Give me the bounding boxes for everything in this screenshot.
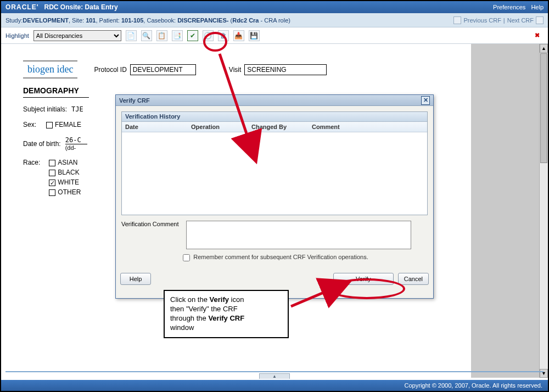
sex-female-label: FEMALE bbox=[55, 121, 81, 128]
study-value: DEVELOPMENT bbox=[23, 17, 69, 24]
race-asian-checkbox[interactable] bbox=[49, 160, 55, 166]
site-label: Site: bbox=[72, 17, 84, 24]
toolbar-icon-4[interactable]: 📑 bbox=[172, 30, 183, 41]
remember-comment-checkbox[interactable] bbox=[183, 254, 190, 261]
scroll-down-icon[interactable]: ▼ bbox=[540, 369, 548, 378]
col-changed-by: Changed By bbox=[248, 122, 309, 132]
dob-value: 26-C bbox=[65, 136, 87, 144]
oracle-brand: ORACLE' bbox=[5, 3, 39, 11]
close-icon[interactable]: ✖ bbox=[535, 32, 544, 39]
help-link[interactable]: Help bbox=[531, 4, 544, 10]
col-date: Date bbox=[122, 122, 188, 132]
title-bar: ORACLE' RDC Onsite: Data Entry Preferenc… bbox=[1, 1, 548, 13]
preferences-link[interactable]: Preferences bbox=[493, 4, 525, 10]
race-other-label: OTHER bbox=[58, 188, 81, 196]
verify-crf-dialog: Verify CRF ✕ Verification History Date O… bbox=[115, 94, 434, 299]
crf-nav: Previous CRF | Next CRF bbox=[453, 16, 544, 24]
dialog-close-icon[interactable]: ✕ bbox=[421, 96, 430, 105]
toolbar-icon-8[interactable]: 📥 bbox=[233, 30, 244, 41]
user-name: Rdc2 Cra bbox=[232, 17, 259, 24]
previous-crf-link[interactable]: Previous CRF bbox=[463, 17, 501, 24]
dialog-title: Verify CRF bbox=[119, 97, 150, 104]
race-asian-label: ASIAN bbox=[58, 159, 77, 166]
race-black-label: BLACK bbox=[58, 169, 79, 176]
save-icon[interactable]: 💾 bbox=[249, 30, 260, 41]
dob-hint: (dd- bbox=[65, 144, 87, 151]
highlight-label: Highlight bbox=[5, 32, 29, 39]
verification-comment-input[interactable] bbox=[186, 221, 411, 249]
race-black-checkbox[interactable] bbox=[49, 170, 55, 176]
sex-label: Sex: bbox=[23, 121, 36, 128]
copyright: Copyright © 2000, 2007, Oracle. All righ… bbox=[405, 382, 542, 389]
logo: biogen idec bbox=[23, 60, 77, 79]
right-gutter: ▲ ▼ bbox=[471, 44, 548, 378]
verification-history-panel: Verification History Date Operation Chan… bbox=[121, 111, 428, 215]
col-operation: Operation bbox=[188, 122, 248, 132]
delete-icon[interactable]: 🗑 bbox=[218, 30, 229, 41]
patient-value: 101-105 bbox=[121, 17, 143, 24]
sex-female-checkbox[interactable] bbox=[46, 122, 53, 128]
verification-comment-label: Verification Comment bbox=[121, 221, 182, 227]
col-comment: Comment bbox=[309, 122, 427, 132]
vertical-scrollbar[interactable]: ▲ ▼ bbox=[539, 44, 548, 378]
previous-crf-icon[interactable] bbox=[453, 16, 461, 24]
highlight-select[interactable]: All Discrepancies bbox=[33, 30, 121, 41]
visit-label: Visit bbox=[229, 66, 241, 74]
collapse-handle[interactable]: ▲ bbox=[259, 373, 290, 379]
casebook-value: DISCREPANCIES- bbox=[177, 17, 228, 24]
cancel-button[interactable]: Cancel bbox=[398, 273, 429, 285]
site-value: 101 bbox=[86, 17, 96, 24]
dob-label: Date of birth: bbox=[23, 140, 61, 148]
history-title: Verification History bbox=[122, 112, 427, 122]
subject-value: TJE bbox=[71, 105, 83, 113]
help-button[interactable]: Help bbox=[120, 273, 151, 285]
protocol-label: Protocol ID bbox=[94, 66, 126, 74]
user-role: CRA role bbox=[264, 17, 288, 24]
race-white-checkbox[interactable] bbox=[49, 180, 55, 186]
race-other-checkbox[interactable] bbox=[49, 189, 55, 196]
verify-icon[interactable]: ✔ bbox=[187, 30, 198, 41]
history-header: Date Operation Changed By Comment bbox=[122, 122, 427, 132]
context-bar: Study: DEVELOPMENT , Site: 101 , Patient… bbox=[1, 13, 548, 27]
scroll-thumb[interactable] bbox=[540, 53, 547, 163]
toolbar-icon-6[interactable]: 🕒 bbox=[203, 30, 214, 41]
race-white-label: WHITE bbox=[58, 178, 79, 186]
toolbar-icon-1[interactable]: 📄 bbox=[126, 30, 137, 41]
scroll-up-icon[interactable]: ▲ bbox=[540, 44, 548, 53]
separator-line bbox=[5, 371, 544, 372]
study-label: Study: bbox=[5, 17, 23, 24]
section-title: DEMOGRAPHY bbox=[23, 86, 89, 98]
protocol-input[interactable] bbox=[130, 64, 196, 75]
patient-label: Patient: bbox=[99, 17, 120, 24]
history-body bbox=[122, 132, 427, 215]
app-title: RDC Onsite: Data Entry bbox=[44, 3, 118, 11]
toolbar-icon-3[interactable]: 📋 bbox=[156, 30, 167, 41]
toolbar-icon-2[interactable]: 🔍 bbox=[141, 30, 152, 41]
subject-label: Subject initials: bbox=[23, 105, 67, 113]
visit-input[interactable] bbox=[244, 64, 327, 75]
race-label: Race: bbox=[23, 159, 40, 166]
verify-button[interactable]: Verify bbox=[333, 273, 394, 285]
next-crf-link[interactable]: Next CRF bbox=[507, 17, 534, 24]
casebook-label: Casebook: bbox=[147, 17, 176, 24]
toolbar: Highlight All Discrepancies 📄 🔍 📋 📑 ✔ 🕒 … bbox=[1, 27, 548, 44]
instruction-annotation: Click on the Verify icon then "Verify" t… bbox=[164, 290, 289, 338]
footer: Copyright © 2000, 2007, Oracle. All righ… bbox=[1, 380, 548, 391]
remember-comment-label: Remember comment for subsequent CRF Veri… bbox=[193, 254, 368, 260]
next-crf-icon[interactable] bbox=[536, 16, 544, 24]
